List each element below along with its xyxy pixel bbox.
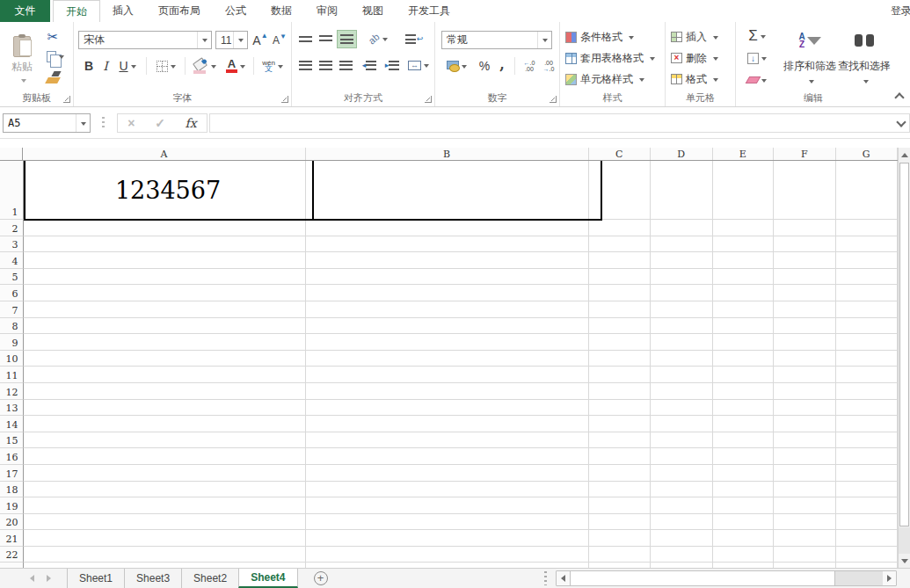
- cell-B16[interactable]: [306, 448, 589, 465]
- font-name-dropdown-icon[interactable]: [197, 32, 211, 48]
- cell-F11[interactable]: [774, 367, 835, 383]
- merge-center-button[interactable]: ↔: [404, 56, 433, 74]
- cell-A22[interactable]: [24, 547, 306, 563]
- cell-C2[interactable]: [589, 220, 651, 236]
- cell-A4[interactable]: [24, 252, 306, 269]
- sort-filter-button[interactable]: AZ 排序和筛选: [782, 27, 838, 101]
- cell-E3[interactable]: [713, 236, 775, 253]
- cell-D18[interactable]: [651, 482, 712, 498]
- sign-in-link[interactable]: 登录: [891, 0, 910, 22]
- cell-C12[interactable]: [589, 383, 651, 400]
- row-header-16[interactable]: 16: [0, 448, 24, 465]
- cell-A14[interactable]: [24, 416, 306, 432]
- scroll-right-button[interactable]: [883, 571, 896, 585]
- borders-button[interactable]: [151, 57, 181, 75]
- cell-B20[interactable]: [306, 514, 589, 531]
- horizontal-scroll-track[interactable]: [835, 571, 883, 585]
- cell-F16[interactable]: [774, 448, 835, 465]
- next-sheet-icon[interactable]: [47, 575, 55, 582]
- fill-color-button[interactable]: [190, 57, 220, 75]
- cell-G12[interactable]: [836, 383, 898, 400]
- align-right-button[interactable]: [337, 56, 355, 74]
- conditional-formatting-button[interactable]: 条件格式: [565, 29, 634, 45]
- vertical-scroll-thumb[interactable]: [899, 163, 909, 526]
- cell-G16[interactable]: [836, 448, 898, 465]
- cell-G13[interactable]: [836, 400, 898, 417]
- cancel-icon[interactable]: ×: [127, 116, 135, 130]
- cell-F13[interactable]: [774, 400, 835, 417]
- column-header-G[interactable]: G: [836, 148, 898, 160]
- cell-G2[interactable]: [836, 220, 898, 236]
- row-header-7[interactable]: 7: [0, 301, 24, 318]
- tab-home[interactable]: 开始: [53, 0, 100, 22]
- cell-G10[interactable]: [836, 351, 898, 367]
- underline-button[interactable]: U: [114, 57, 141, 75]
- cell-C18[interactable]: [589, 482, 651, 498]
- cell-B8[interactable]: [306, 318, 589, 335]
- cell-A20[interactable]: [24, 514, 306, 531]
- row-header-4[interactable]: 4: [0, 252, 24, 269]
- row-header-20[interactable]: 20: [0, 514, 24, 531]
- cell-A17[interactable]: [24, 465, 306, 482]
- cell-D11[interactable]: [651, 367, 712, 383]
- cell-E2[interactable]: [713, 220, 775, 236]
- cell-F3[interactable]: [774, 236, 835, 253]
- cell-E6[interactable]: [713, 285, 775, 301]
- row-header-8[interactable]: 8: [0, 318, 24, 335]
- cell-G21[interactable]: [836, 530, 898, 547]
- cell-F8[interactable]: [774, 318, 835, 335]
- column-header-D[interactable]: D: [651, 148, 712, 160]
- cell-E12[interactable]: [713, 383, 775, 400]
- collapse-ribbon-icon[interactable]: [894, 92, 904, 102]
- insert-function-icon[interactable]: fx: [186, 116, 197, 130]
- column-header-C[interactable]: C: [589, 148, 651, 160]
- name-box-dropdown-icon[interactable]: [76, 114, 90, 132]
- cell-E10[interactable]: [713, 351, 775, 367]
- cell-D2[interactable]: [651, 220, 712, 236]
- accept-icon[interactable]: ✓: [155, 116, 165, 130]
- cell-F10[interactable]: [774, 351, 835, 367]
- vertical-scrollbar[interactable]: [898, 148, 910, 568]
- cell-B6[interactable]: [306, 285, 589, 301]
- row-header-1[interactable]: 1: [0, 161, 24, 220]
- cell-A21[interactable]: [24, 530, 306, 547]
- cell-G20[interactable]: [836, 514, 898, 531]
- row-header-12[interactable]: 12: [0, 383, 24, 400]
- cell-D12[interactable]: [651, 383, 712, 400]
- cell-A13[interactable]: [24, 400, 306, 417]
- number-format-dropdown-icon[interactable]: [537, 32, 551, 48]
- column-header-F[interactable]: F: [774, 148, 835, 160]
- cell-C10[interactable]: [589, 351, 651, 367]
- cell-B15[interactable]: [306, 432, 589, 449]
- italic-button[interactable]: I: [98, 57, 113, 75]
- cell-E15[interactable]: [713, 432, 775, 449]
- cell-B12[interactable]: [306, 383, 589, 400]
- font-color-button[interactable]: A: [222, 57, 250, 75]
- cell-B14[interactable]: [306, 416, 589, 432]
- row-header-21[interactable]: 21: [0, 530, 24, 547]
- cell-E1[interactable]: [713, 161, 775, 220]
- cell-F18[interactable]: [774, 482, 835, 498]
- tab-data[interactable]: 数据: [258, 0, 304, 22]
- autosum-button[interactable]: Σ: [741, 27, 773, 45]
- formula-bar-splitter[interactable]: [102, 117, 105, 129]
- align-left-button[interactable]: [296, 56, 315, 74]
- cell-G6[interactable]: [836, 285, 898, 301]
- cell-A6[interactable]: [24, 285, 306, 301]
- tab-formulas[interactable]: 公式: [213, 0, 258, 22]
- align-center-button[interactable]: [317, 56, 335, 74]
- cell-G22[interactable]: [836, 547, 898, 563]
- font-name-combo[interactable]: 宋体: [78, 31, 212, 49]
- cell-F19[interactable]: [774, 497, 835, 514]
- phonetic-guide-button[interactable]: wén文: [257, 55, 288, 76]
- cell-B17[interactable]: [306, 465, 589, 482]
- cell-C7[interactable]: [589, 301, 651, 318]
- tab-developer[interactable]: 开发工具: [396, 0, 462, 22]
- cell-C17[interactable]: [589, 465, 651, 482]
- cell-D20[interactable]: [651, 514, 712, 531]
- cell-B9[interactable]: [306, 334, 589, 351]
- cell-D6[interactable]: [651, 285, 712, 301]
- cell-E19[interactable]: [713, 497, 775, 514]
- cell-C3[interactable]: [589, 236, 651, 253]
- cell-B13[interactable]: [306, 400, 589, 417]
